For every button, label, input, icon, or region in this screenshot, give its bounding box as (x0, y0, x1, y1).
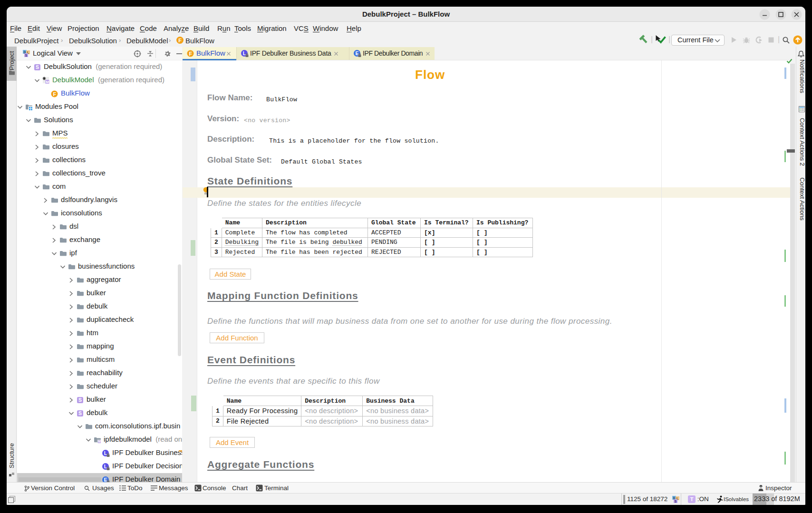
svg-text:S: S (78, 410, 82, 416)
svg-text:S: S (675, 500, 677, 503)
svg-text:D: D (24, 50, 26, 54)
svg-text:S: S (36, 64, 39, 70)
svg-text:F: F (53, 91, 56, 97)
svg-text:S: S (78, 397, 82, 403)
svg-text:S: S (25, 54, 28, 57)
svg-text:F: F (189, 51, 192, 57)
svg-text:E: E (104, 477, 107, 482)
svg-text:M: M (46, 80, 49, 84)
svg-text:E: E (355, 50, 358, 56)
svg-text:F: F (178, 38, 182, 43)
svg-text:M: M (98, 440, 100, 443)
svg-text:D: D (673, 496, 676, 500)
